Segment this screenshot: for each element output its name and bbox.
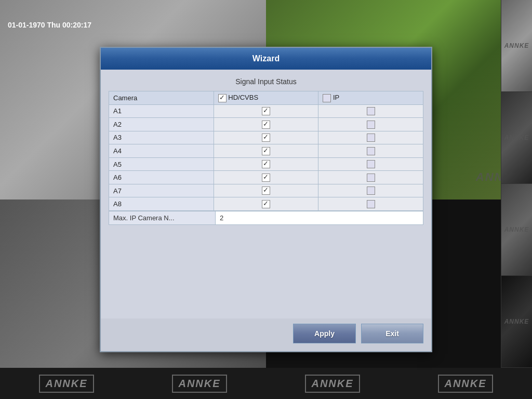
checkbox-ip-A7[interactable] [367, 187, 375, 195]
checkbox-ip-A3[interactable] [367, 134, 375, 142]
table-row: A3 [109, 131, 423, 144]
checkbox-hdcvbs-A5[interactable] [262, 160, 270, 168]
checkbox-hdcvbs-A7[interactable] [262, 187, 270, 195]
table-row-camera-A3: A3 [109, 131, 214, 144]
max-ip-label: Max. IP Camera N... [109, 211, 216, 225]
dialog-spacer [109, 225, 423, 308]
exit-button[interactable]: Exit [361, 324, 423, 343]
table-row: A7 [109, 184, 423, 197]
table-row-hdcvbs-A4[interactable] [214, 144, 318, 158]
checkbox-ip-A1[interactable] [367, 107, 375, 115]
max-ip-value: 2 [216, 211, 423, 225]
table-row-ip-A5[interactable] [318, 157, 423, 171]
ip-header-checkbox[interactable] [323, 94, 331, 102]
table-row-camera-A1: A1 [109, 104, 214, 118]
table-row: A8 [109, 197, 423, 211]
table-row-ip-A1[interactable] [318, 104, 423, 118]
checkbox-ip-A2[interactable] [367, 121, 375, 129]
table-row-ip-A3[interactable] [318, 131, 423, 144]
dialog-title-bar: Wizard [101, 48, 431, 70]
col-header-ip: IP [318, 91, 423, 104]
checkbox-ip-A5[interactable] [367, 160, 375, 168]
checkbox-ip-A6[interactable] [367, 174, 375, 182]
dialog-title: Wizard [252, 54, 280, 63]
wizard-dialog: Wizard Signal Input Status Camera HD/CVB… [100, 47, 432, 352]
checkbox-hdcvbs-A8[interactable] [262, 200, 270, 208]
table-row-camera-A6: A6 [109, 171, 214, 184]
table-row-ip-A6[interactable] [318, 171, 423, 184]
table-row-camera-A8: A8 [109, 197, 214, 211]
signal-table: Camera HD/CVBS IP A1A2A3A4A5A6A7A8 [109, 91, 423, 211]
table-row-ip-A8[interactable] [318, 197, 423, 211]
section-title: Signal Input Status [109, 77, 423, 86]
table-row-hdcvbs-A6[interactable] [214, 171, 318, 184]
checkbox-ip-A8[interactable] [367, 200, 375, 208]
col-header-hdcvbs: HD/CVBS [214, 91, 318, 104]
checkbox-hdcvbs-A2[interactable] [262, 121, 270, 129]
table-row: A5 [109, 157, 423, 171]
ip-label: IP [333, 94, 339, 101]
checkbox-hdcvbs-A3[interactable] [262, 134, 270, 142]
table-row-hdcvbs-A8[interactable] [214, 197, 318, 211]
table-row-hdcvbs-A1[interactable] [214, 104, 318, 118]
table-row-camera-A2: A2 [109, 118, 214, 131]
table-row-ip-A4[interactable] [318, 144, 423, 158]
col-header-camera: Camera [109, 91, 214, 104]
table-row-camera-A7: A7 [109, 184, 214, 197]
dialog-overlay: Wizard Signal Input Status Camera HD/CVB… [0, 0, 532, 399]
hdcvbs-label: HD/CVBS [228, 94, 258, 101]
table-row: A2 [109, 118, 423, 131]
table-row-camera-A5: A5 [109, 157, 214, 171]
table-row-ip-A7[interactable] [318, 184, 423, 197]
hdcvbs-header-checkbox[interactable] [218, 94, 227, 102]
table-row-camera-A4: A4 [109, 144, 214, 158]
table-row: A6 [109, 171, 423, 184]
checkbox-hdcvbs-A6[interactable] [262, 174, 270, 182]
dialog-body: Signal Input Status Camera HD/CVBS IP [101, 70, 431, 318]
max-ip-table: Max. IP Camera N... 2 [109, 211, 423, 225]
checkbox-hdcvbs-A1[interactable] [262, 107, 270, 115]
apply-button[interactable]: Apply [293, 324, 356, 343]
table-row: A1 [109, 104, 423, 118]
table-row-hdcvbs-A7[interactable] [214, 184, 318, 197]
dialog-buttons: Apply Exit [101, 318, 431, 351]
table-row-hdcvbs-A5[interactable] [214, 157, 318, 171]
checkbox-ip-A4[interactable] [367, 147, 375, 155]
checkbox-hdcvbs-A4[interactable] [262, 147, 270, 155]
table-row-hdcvbs-A2[interactable] [214, 118, 318, 131]
table-row: A4 [109, 144, 423, 158]
table-row-ip-A2[interactable] [318, 118, 423, 131]
table-row-hdcvbs-A3[interactable] [214, 131, 318, 144]
